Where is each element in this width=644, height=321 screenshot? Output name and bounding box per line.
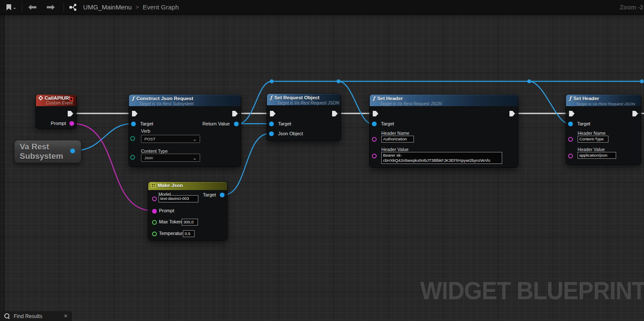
function-icon: ƒ xyxy=(270,95,272,101)
exec-output-pin[interactable] xyxy=(232,111,238,116)
node-header: ƒ Set Header Target is Va Rest Request J… xyxy=(566,95,641,106)
model-input-pin[interactable] xyxy=(152,196,157,201)
pin-label-content-type: Content Type xyxy=(141,149,168,154)
header-value-field[interactable]: application/json xyxy=(578,152,616,159)
max-tokens-field[interactable]: 300,0 xyxy=(182,219,198,226)
node-title: Set Request Object xyxy=(274,95,319,100)
exec-input-pin[interactable] xyxy=(132,111,138,116)
find-results-tab[interactable]: Find Results ✕ xyxy=(0,311,72,321)
pin-label-max-tokens: Max Tokens xyxy=(159,219,184,224)
header-value-field[interactable]: Bearer sk-cbHXkQ42n5wxqku0nIbJT3BlbkFJK3… xyxy=(381,152,502,164)
exec-input-pin[interactable] xyxy=(270,111,276,116)
node-header: ƒ Set Header Target is Va Rest Request J… xyxy=(370,95,518,106)
header-name-field[interactable]: Authorization xyxy=(381,136,414,143)
node-construct-json-request[interactable]: ƒ Construct Json Request Target is Va Re… xyxy=(129,94,241,167)
toolbar-divider xyxy=(63,3,64,12)
exec-output-pin[interactable] xyxy=(509,111,515,116)
breadcrumb-asset[interactable]: UMG_MainMenu xyxy=(83,3,132,11)
wire-layer xyxy=(0,0,644,321)
function-icon: ƒ xyxy=(569,95,571,101)
breadcrumb-chevron: > xyxy=(135,4,139,10)
header-name-input-pin[interactable] xyxy=(372,137,377,142)
pin-label-header-name: Header Name xyxy=(381,131,409,136)
target-input-pin[interactable] xyxy=(372,122,377,126)
arrow-right-icon xyxy=(46,4,56,10)
forward-button[interactable] xyxy=(44,2,58,13)
node-make-json[interactable]: Make Json Model text-davinci-003 Target … xyxy=(148,181,228,241)
make-struct-icon xyxy=(151,183,156,187)
pin-label-return-value: Return Value xyxy=(203,121,230,126)
arrow-left-icon xyxy=(27,4,37,10)
pin-label-prompt: Prompt xyxy=(159,208,174,213)
exec-output-pin[interactable] xyxy=(332,111,338,116)
breadcrumb-graph[interactable]: Event Graph xyxy=(143,3,179,11)
pin-label-header-value: Header Value xyxy=(381,147,408,152)
graph-toolbar: ⌄ UMG_MainMenu > Event Graph Zoom -2 xyxy=(0,0,644,15)
node-set-header-authorization[interactable]: ƒ Set Header Target is Va Rest Request J… xyxy=(369,94,518,168)
back-button[interactable] xyxy=(25,2,39,13)
target-input-pin[interactable] xyxy=(131,122,136,126)
node-header: CallAPIURL Custom Event xyxy=(36,95,76,106)
bookmarks-button[interactable]: ⌄ xyxy=(3,2,19,13)
exec-input-pin[interactable] xyxy=(569,111,575,116)
exec-output-pin[interactable] xyxy=(632,111,638,116)
pin-label-verb: Verb xyxy=(141,128,150,134)
header-name-input-pin[interactable] xyxy=(568,137,573,142)
pin-label-json-object: Json Object xyxy=(278,131,303,136)
node-title: Set Header xyxy=(573,96,599,101)
custom-event-icon xyxy=(38,95,43,100)
header-value-input-pin[interactable] xyxy=(568,154,573,158)
blueprint-editor: WIDGET BLUEPRINT xyxy=(0,0,644,321)
content-type-dropdown[interactable]: Json ⌄ xyxy=(141,154,200,162)
node-header: ƒ Construct Json Request Target is Va Re… xyxy=(129,95,241,106)
content-type-selected-value: Json xyxy=(144,155,153,160)
temperature-field[interactable]: 0,5 xyxy=(183,230,195,237)
wire-varest-target[interactable] xyxy=(75,124,132,151)
event-flag-icon xyxy=(69,97,73,101)
node-va-rest-subsystem[interactable]: Va Rest Subsystem xyxy=(14,140,81,163)
target-input-pin[interactable] xyxy=(568,122,573,126)
chevron-down-icon: ⌄ xyxy=(193,156,197,160)
pin-label-target: Target xyxy=(140,121,153,126)
pin-label-temperature: Temperature xyxy=(159,231,186,236)
node-call-apiurl[interactable]: CallAPIURL Custom Event Prompt xyxy=(36,94,77,129)
bookmark-icon xyxy=(6,4,12,11)
node-set-request-object[interactable]: ƒ Set Request Object Target is Va Rest R… xyxy=(267,93,341,141)
model-field[interactable]: text-davinci-003 xyxy=(159,195,198,202)
graph-root-button[interactable] xyxy=(66,2,80,13)
pin-label-header-value: Header Value xyxy=(578,147,605,152)
subsystem-output-pin[interactable] xyxy=(70,149,75,153)
chevron-down-icon: ⌄ xyxy=(12,5,17,9)
wire-bus-setheader2-target[interactable] xyxy=(529,81,569,124)
verb-input-pin[interactable] xyxy=(130,136,135,141)
prompt-output-pin[interactable] xyxy=(69,121,74,126)
target-input-pin[interactable] xyxy=(269,122,274,126)
node-header: ƒ Set Request Object Target is Va Rest R… xyxy=(267,94,341,105)
wire-bus-setheader1-target[interactable] xyxy=(338,81,371,124)
exec-input-pin[interactable] xyxy=(373,111,378,116)
node-set-header-content-type[interactable]: ƒ Set Header Target is Va Rest Request J… xyxy=(566,94,641,165)
exec-output-pin[interactable] xyxy=(68,111,73,116)
target-output-pin[interactable] xyxy=(220,193,225,197)
verb-selected-value: POST xyxy=(144,137,156,141)
json-object-input-pin[interactable] xyxy=(269,131,274,136)
close-icon[interactable]: ✕ xyxy=(64,313,68,319)
temperature-input-pin[interactable] xyxy=(152,232,157,236)
verb-dropdown[interactable]: POST ⌄ xyxy=(141,135,200,143)
chevron-down-icon: ⌄ xyxy=(193,137,197,141)
node-subtitle: Target is Va Rest Subsystem xyxy=(139,101,237,106)
prompt-input-pin[interactable] xyxy=(152,209,157,214)
max-tokens-input-pin[interactable] xyxy=(152,220,157,225)
content-type-input-pin[interactable] xyxy=(130,155,135,160)
node-title: Construct Json Request xyxy=(136,96,193,101)
node-subtitle: Custom Event xyxy=(46,101,73,105)
event-graph-icon xyxy=(69,3,77,11)
pin-label-prompt: Prompt xyxy=(51,121,66,126)
toolbar-divider xyxy=(22,3,22,12)
return-value-output-pin[interactable] xyxy=(234,122,239,126)
node-header: Make Json xyxy=(148,182,227,190)
header-value-input-pin[interactable] xyxy=(372,154,377,158)
pin-label-header-name: Header Name xyxy=(578,131,605,136)
header-name-field[interactable]: Content-Type xyxy=(578,136,608,143)
node-subtitle: Target is Va Rest Request JSON xyxy=(576,101,638,106)
